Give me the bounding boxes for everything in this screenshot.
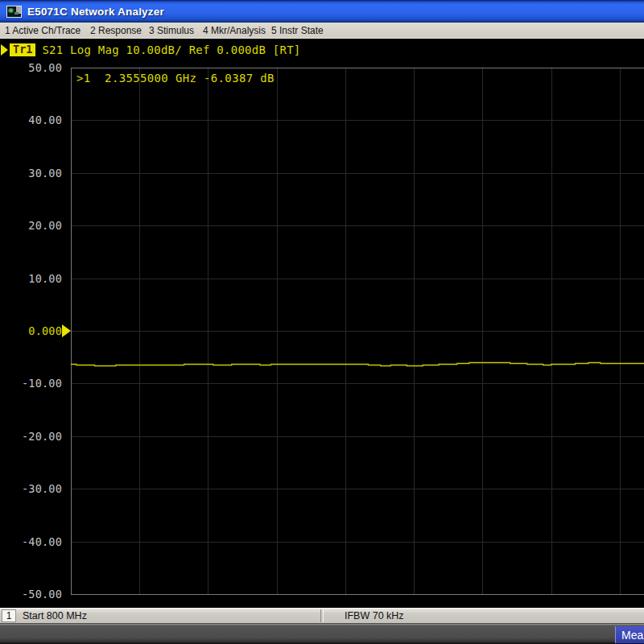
y-axis-label: 10.00 bbox=[0, 272, 62, 285]
analyzer-screen: Tr1 S21 Log Mag 10.00dB/ Ref 0.000dB [RT… bbox=[0, 39, 644, 608]
measurement-status-badge: Mea bbox=[615, 626, 644, 643]
trace-status-row: Tr1 S21 Log Mag 10.00dB/ Ref 0.000dB [RT… bbox=[1, 43, 301, 56]
y-axis-label: -20.00 bbox=[0, 430, 62, 443]
window-titlebar: E5071C Network Analyzer bbox=[0, 0, 644, 23]
y-axis-label: 30.00 bbox=[0, 167, 62, 180]
y-axis-label: 40.00 bbox=[0, 114, 62, 126]
marker-readout: >1 2.3555000 GHz -6.0387 dB bbox=[76, 72, 275, 85]
trace-line bbox=[71, 363, 644, 366]
plot-area bbox=[71, 68, 644, 596]
y-axis-label: 20.00 bbox=[0, 219, 62, 232]
menu-item-mkr-analysis[interactable]: 4 Mkr/Analysis bbox=[203, 23, 266, 38]
trace-settings-text: S21 Log Mag 10.00dB/ Ref 0.000dB [RT] bbox=[42, 43, 300, 56]
menu-item-stimulus[interactable]: 3 Stimulus bbox=[149, 23, 194, 38]
y-axis-label: -50.00 bbox=[0, 588, 62, 601]
menu-bar: 1 Active Ch/Trace2 Response3 Stimulus4 M… bbox=[0, 23, 644, 39]
menu-item-active-ch-trace[interactable]: 1 Active Ch/Trace bbox=[5, 23, 80, 38]
reference-level-arrow-icon bbox=[62, 324, 71, 337]
y-axis-label: -30.00 bbox=[0, 482, 62, 495]
channel-status-bar: 1 Start 800 MHz IFBW 70 kHz bbox=[0, 608, 644, 623]
channel-number-badge: 1 bbox=[2, 609, 16, 622]
e5071c-application-window: E5071C Network Analyzer 1 Active Ch/Trac… bbox=[0, 0, 644, 644]
menu-item-instr-state[interactable]: 5 Instr State bbox=[271, 23, 324, 38]
instrument-status-bar: Mea bbox=[0, 623, 644, 644]
app-icon bbox=[6, 6, 22, 18]
trace-label[interactable]: Tr1 bbox=[10, 43, 35, 56]
menu-item-response[interactable]: 2 Response bbox=[90, 23, 142, 38]
y-axis-label: 50.00 bbox=[0, 61, 62, 74]
status-bar-divider bbox=[320, 609, 324, 622]
y-axis-label: -10.00 bbox=[0, 377, 62, 390]
window-title: E5071C Network Analyzer bbox=[27, 6, 164, 18]
start-frequency-label: Start 800 MHz bbox=[23, 610, 87, 621]
active-trace-arrow-icon bbox=[1, 44, 8, 56]
y-axis-label: -40.00 bbox=[0, 535, 62, 548]
y-axis-ref-label: 0.000 bbox=[0, 324, 62, 337]
ifbw-label: IFBW 70 kHz bbox=[345, 610, 404, 621]
